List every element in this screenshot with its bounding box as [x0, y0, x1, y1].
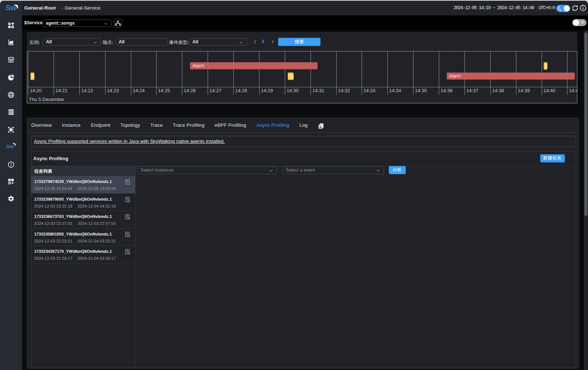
svg-text:14:36: 14:36 [441, 88, 453, 93]
svg-text:14:33: 14:33 [363, 88, 376, 93]
svg-text:14:21: 14:21 [55, 88, 68, 93]
svg-text:14:29: 14:29 [261, 88, 273, 93]
svg-text:14:28: 14:28 [235, 88, 247, 93]
svg-text:S: S [545, 64, 548, 69]
svg-text:Sta: Sta [288, 74, 295, 79]
svg-text:Alarm: Alarm [449, 73, 461, 79]
svg-text:14:27: 14:27 [209, 88, 222, 93]
svg-text:14:23: 14:23 [107, 88, 119, 93]
svg-text:14:37: 14:37 [466, 88, 478, 93]
svg-text:14:35: 14:35 [415, 88, 427, 93]
svg-text:14:32: 14:32 [338, 88, 350, 93]
svg-text:Alarm: Alarm [192, 63, 204, 68]
svg-text:14:25: 14:25 [158, 88, 170, 93]
svg-text:S: S [32, 74, 35, 79]
svg-text:14:24: 14:24 [133, 88, 145, 93]
svg-text:14:30: 14:30 [287, 88, 299, 93]
svg-text:14:20: 14:20 [30, 88, 42, 93]
svg-text:14:26: 14:26 [184, 88, 196, 93]
svg-text:14:31: 14:31 [312, 88, 325, 93]
svg-text:Thu 5 December: Thu 5 December [29, 97, 65, 102]
svg-text:14:39: 14:39 [518, 88, 530, 93]
svg-text:14:40: 14:40 [544, 88, 556, 93]
svg-text:14:38: 14:38 [492, 88, 504, 93]
svg-text:14:34: 14:34 [389, 88, 401, 93]
svg-text:14:41: 14:41 [569, 88, 577, 93]
svg-text:14:22: 14:22 [81, 88, 93, 93]
